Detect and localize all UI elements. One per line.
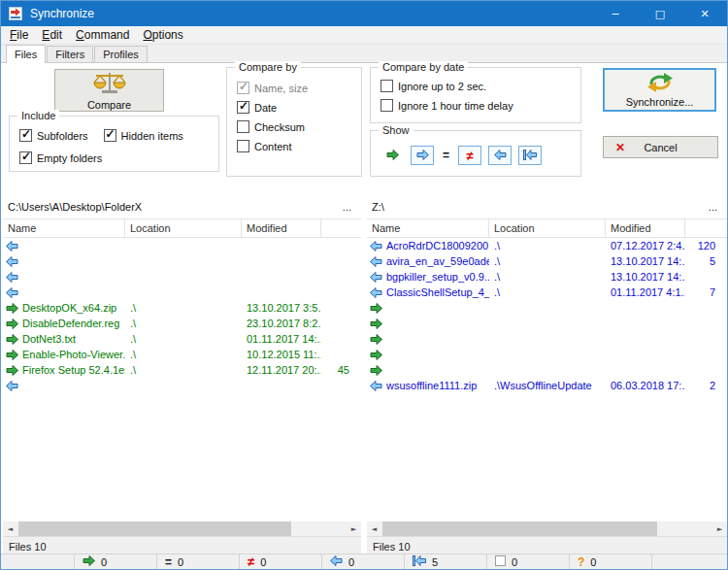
arrow-right-green-icon <box>386 147 399 164</box>
checkbox-date[interactable]: Date <box>237 101 308 114</box>
file-row[interactable] <box>367 362 727 378</box>
menu-file[interactable]: File <box>3 27 35 43</box>
file-row[interactable]: DesktopOK_x64.zip.\13.10.2017 3:5... <box>3 300 361 316</box>
include-group: Include Subfolders Hidden items Empty fo… <box>9 116 219 172</box>
column-header-name[interactable]: Name <box>367 219 489 237</box>
checkbox-empty-folders[interactable]: Empty folders <box>19 151 102 164</box>
tab-filters[interactable]: Filters <box>47 46 93 62</box>
file-name: ClassicShellSetup_4_... <box>386 286 489 298</box>
arrow-left-stop-icon <box>523 147 537 164</box>
file-row[interactable]: AcroRdrDC18009200....\07.12.2017 2:4...1… <box>367 238 727 253</box>
file-row[interactable] <box>3 378 361 393</box>
checkbox-subfolders[interactable]: Subfolders <box>19 129 88 142</box>
synchronize-button-label: Synchronize... <box>626 96 694 108</box>
scroll-thumb[interactable] <box>18 521 291 536</box>
file-modified: 01.11.2017 14:... <box>242 333 321 345</box>
column-header-location[interactable]: Location <box>489 219 606 237</box>
file-name-cell: Enable-Photo-Viewer... <box>3 349 125 360</box>
left-horizontal-scrollbar[interactable] <box>3 521 361 536</box>
menu-edit[interactable]: Edit <box>35 27 69 43</box>
scroll-right-arrow-icon[interactable] <box>347 521 361 536</box>
file-name-cell: DisableDefender.reg <box>3 318 125 329</box>
right-path-bar: Z:\ ... <box>367 195 727 218</box>
column-header-size[interactable] <box>685 219 727 237</box>
synchronize-button[interactable]: Synchronize... <box>603 68 716 112</box>
right-horizontal-scrollbar[interactable] <box>367 521 727 536</box>
file-name: Enable-Photo-Viewer... <box>22 349 125 360</box>
include-group-label: Include <box>17 110 59 121</box>
show-copy-left-stop-button[interactable] <box>518 146 542 165</box>
file-row[interactable]: wsusoffline1111.zip.\WsusOfflineUpdate06… <box>367 378 727 393</box>
file-modified: 23.10.2017 8:2... <box>242 318 321 329</box>
maximize-button[interactable]: □ <box>638 1 682 26</box>
copy-right-arrow-icon <box>370 350 382 360</box>
show-copy-left-button[interactable] <box>488 146 512 165</box>
file-row[interactable] <box>367 331 727 347</box>
scroll-left-arrow-icon[interactable] <box>3 521 17 536</box>
file-row[interactable] <box>367 316 727 331</box>
copy-right-arrow-icon <box>370 365 382 376</box>
tab-files[interactable]: Files <box>6 45 46 63</box>
file-name: DisableDefender.reg <box>22 318 119 329</box>
checkbox-ignore-1hour[interactable]: Ignore 1 hour time delay <box>381 99 513 112</box>
copy-left-arrow-icon <box>370 381 382 391</box>
file-name-cell <box>367 350 489 360</box>
menu-options[interactable]: Options <box>136 27 189 43</box>
left-browse-button[interactable]: ... <box>337 201 357 213</box>
show-copy-right-button[interactable] <box>381 146 404 165</box>
scroll-right-arrow-icon[interactable] <box>712 521 727 536</box>
status-copy-left-count: 0 <box>348 556 354 568</box>
checkbox-hidden-items[interactable]: Hidden items <box>104 129 183 142</box>
show-group-label: Show <box>379 124 414 136</box>
file-row[interactable]: ClassicShellSetup_4_....\01.11.2017 4:1.… <box>367 285 727 300</box>
column-header-modified[interactable]: Modified <box>242 219 321 237</box>
file-row[interactable]: bgpkiller_setup_v0.9....\13.10.2017 14:.… <box>367 269 727 285</box>
column-header-size[interactable] <box>321 219 361 237</box>
file-row[interactable] <box>367 347 727 362</box>
copy-left-arrow-icon <box>6 287 18 298</box>
scroll-left-arrow-icon[interactable] <box>367 521 381 536</box>
menu-command[interactable]: Command <box>69 27 136 43</box>
copy-left-arrow-icon <box>370 272 382 283</box>
column-header-modified[interactable]: Modified <box>606 219 685 237</box>
checkbox-ignore-2sec[interactable]: Ignore up to 2 sec. <box>381 80 513 92</box>
copy-right-arrow-icon <box>370 303 382 314</box>
file-row[interactable] <box>3 253 361 269</box>
tab-profiles[interactable]: Profiles <box>94 46 148 62</box>
copy-right-arrow-icon <box>370 334 382 345</box>
not-equal-icon: ≠ <box>248 555 254 568</box>
file-row[interactable]: Enable-Photo-Viewer....\10.12.2015 11:..… <box>3 347 361 362</box>
file-name-cell: AcroRdrDC18009200... <box>367 240 489 251</box>
file-row[interactable] <box>367 300 727 316</box>
not-equal-icon: ≠ <box>466 147 473 164</box>
file-row[interactable] <box>3 269 361 285</box>
minimize-button[interactable]: ─ <box>593 1 638 26</box>
file-name-cell <box>3 287 125 298</box>
column-header-location[interactable]: Location <box>125 219 242 237</box>
file-row[interactable]: avira_en_av_59e0ade....\13.10.2017 14:..… <box>367 253 727 269</box>
checkbox-name-size[interactable]: Name, size <box>237 82 308 94</box>
compare-by-group: Compare by Name, size Date Checksum Cont… <box>226 67 362 177</box>
file-row[interactable]: DotNet3.txt.\01.11.2017 14:... <box>3 331 361 347</box>
scroll-thumb[interactable] <box>382 521 657 536</box>
copy-right-arrow-icon <box>6 303 18 314</box>
right-browse-button[interactable]: ... <box>703 201 723 213</box>
file-name-cell <box>367 365 489 376</box>
file-location: .\ <box>125 364 242 376</box>
show-not-equal-button[interactable]: ≠ <box>458 146 481 165</box>
file-name-cell: bgpkiller_setup_v0.9... <box>367 271 489 283</box>
file-row[interactable] <box>3 238 361 253</box>
close-button[interactable]: ✕ <box>682 1 727 26</box>
arrow-right-green-icon <box>83 555 95 568</box>
show-newer-right-button[interactable] <box>411 146 434 165</box>
file-row[interactable] <box>3 285 361 300</box>
column-header-name[interactable]: Name <box>3 219 125 237</box>
file-row[interactable]: Firefox Setup 52.4.1es....\12.11.2017 20… <box>3 362 361 378</box>
show-group: Show = ≠ <box>370 130 581 177</box>
file-name-cell: DesktopOK_x64.zip <box>3 302 125 314</box>
checkbox-content[interactable]: Content <box>237 140 308 152</box>
cancel-button[interactable]: Cancel <box>603 136 718 158</box>
checkbox-checksum[interactable]: Checksum <box>237 120 308 133</box>
file-row[interactable]: DisableDefender.reg.\23.10.2017 8:2... <box>3 316 361 331</box>
compare-button[interactable]: Compare <box>54 69 164 112</box>
